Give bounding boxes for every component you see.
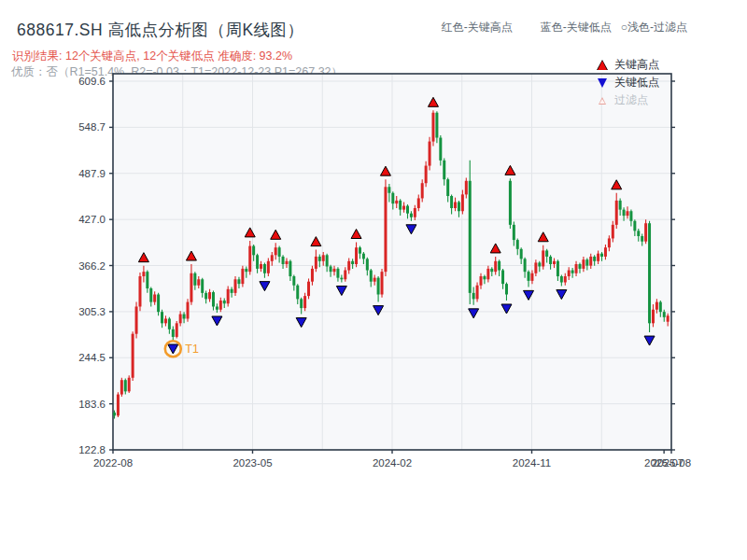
candlestick bbox=[461, 194, 464, 211]
candlestick bbox=[604, 247, 607, 257]
candlestick bbox=[164, 318, 167, 323]
candlestick bbox=[377, 278, 380, 295]
candlestick bbox=[560, 276, 563, 282]
candlestick bbox=[208, 292, 211, 299]
x-tick-label: 2022-08 bbox=[93, 457, 133, 469]
candlestick bbox=[538, 262, 541, 266]
candlestick bbox=[193, 273, 196, 286]
y-tick-label: 244.5 bbox=[78, 352, 106, 363]
legend-item-filtered: 过滤点 bbox=[596, 91, 682, 109]
candlestick bbox=[176, 323, 178, 337]
candlestick bbox=[629, 211, 632, 221]
candlestick bbox=[157, 294, 160, 312]
y-tick-label: 487.9 bbox=[78, 168, 106, 179]
candlestick bbox=[534, 262, 537, 273]
candlestick bbox=[219, 301, 222, 310]
candlestick bbox=[483, 276, 486, 279]
candlestick bbox=[578, 264, 581, 269]
candlestick bbox=[571, 271, 574, 273]
candlestick bbox=[311, 269, 314, 282]
candlestick bbox=[410, 214, 413, 217]
candlestick bbox=[275, 247, 277, 255]
candlestick bbox=[120, 380, 123, 394]
candlestick bbox=[458, 203, 460, 212]
candlestick bbox=[553, 261, 556, 264]
candlestick bbox=[530, 273, 533, 281]
x-tick-label: 2025-08 bbox=[652, 457, 691, 469]
candlestick bbox=[524, 259, 527, 272]
candlestick bbox=[414, 208, 416, 217]
candlestick bbox=[132, 334, 134, 378]
candlestick bbox=[619, 201, 622, 210]
candlestick bbox=[498, 261, 500, 271]
candlestick bbox=[406, 206, 409, 214]
candlestick bbox=[330, 266, 332, 272]
candlestick bbox=[623, 210, 626, 216]
candlestick bbox=[336, 269, 339, 278]
candlestick bbox=[172, 329, 175, 337]
x-tick-label: 2023-05 bbox=[233, 457, 272, 469]
candlestick bbox=[351, 261, 354, 264]
x-tick-label: 2024-11 bbox=[513, 457, 551, 469]
candlestick bbox=[355, 247, 358, 264]
candlestick bbox=[612, 225, 614, 239]
candlestick bbox=[486, 269, 489, 279]
candlestick bbox=[190, 273, 192, 302]
candlestick bbox=[597, 254, 599, 261]
candlestick bbox=[370, 271, 373, 282]
y-tick-label: 548.7 bbox=[78, 121, 106, 133]
candlestick bbox=[292, 276, 295, 286]
candlestick bbox=[197, 279, 200, 285]
candlestick bbox=[575, 264, 578, 273]
y-tick-label: 427.0 bbox=[78, 214, 106, 225]
candlestick bbox=[450, 196, 453, 208]
candlestick bbox=[234, 279, 237, 293]
candlestick bbox=[582, 259, 585, 269]
candlestick bbox=[520, 249, 523, 259]
candlestick bbox=[443, 161, 445, 179]
candlestick bbox=[289, 261, 291, 276]
candlestick bbox=[187, 302, 190, 319]
open-triangle-icon bbox=[596, 97, 609, 105]
y-tick-label: 183.6 bbox=[78, 399, 106, 410]
candlestick bbox=[641, 236, 643, 242]
candlestick bbox=[146, 272, 148, 288]
candlestick bbox=[161, 312, 163, 323]
y-tick-label: 122.8 bbox=[78, 444, 106, 455]
candlestick bbox=[245, 269, 247, 272]
candlestick bbox=[333, 269, 336, 272]
candlestick bbox=[124, 380, 127, 391]
candlestick bbox=[252, 246, 255, 256]
candlestick bbox=[516, 240, 519, 249]
candlestick bbox=[655, 302, 658, 310]
candlestick bbox=[326, 255, 329, 266]
candlestick bbox=[593, 257, 596, 261]
candlestick bbox=[476, 286, 479, 300]
candlestick bbox=[318, 257, 321, 261]
candlestick bbox=[633, 221, 636, 231]
candlestick bbox=[128, 378, 131, 392]
candlestick bbox=[153, 294, 156, 301]
t1-label: T1 bbox=[185, 343, 199, 356]
y-tick-label: 366.2 bbox=[78, 260, 106, 272]
y-tick-label: 609.6 bbox=[78, 76, 106, 87]
candlestick bbox=[439, 138, 442, 161]
candlestick bbox=[652, 310, 655, 324]
x-tick-label: 2024-02 bbox=[373, 457, 412, 469]
candlestick bbox=[260, 264, 262, 269]
candlestick bbox=[179, 315, 182, 324]
candlestick bbox=[568, 271, 571, 276]
candlestick bbox=[366, 259, 369, 270]
candlestick bbox=[315, 257, 317, 269]
candlestick bbox=[644, 223, 647, 241]
candlestick bbox=[659, 302, 662, 313]
candlestick bbox=[241, 269, 244, 284]
candlestick bbox=[469, 181, 472, 293]
candlestick bbox=[615, 201, 618, 225]
candlestick bbox=[231, 289, 233, 293]
legend-label: 关键高点 bbox=[614, 57, 659, 73]
candlestick bbox=[359, 247, 361, 253]
candlestick bbox=[417, 198, 420, 208]
candlestick bbox=[117, 395, 120, 416]
candlestick bbox=[429, 142, 431, 166]
